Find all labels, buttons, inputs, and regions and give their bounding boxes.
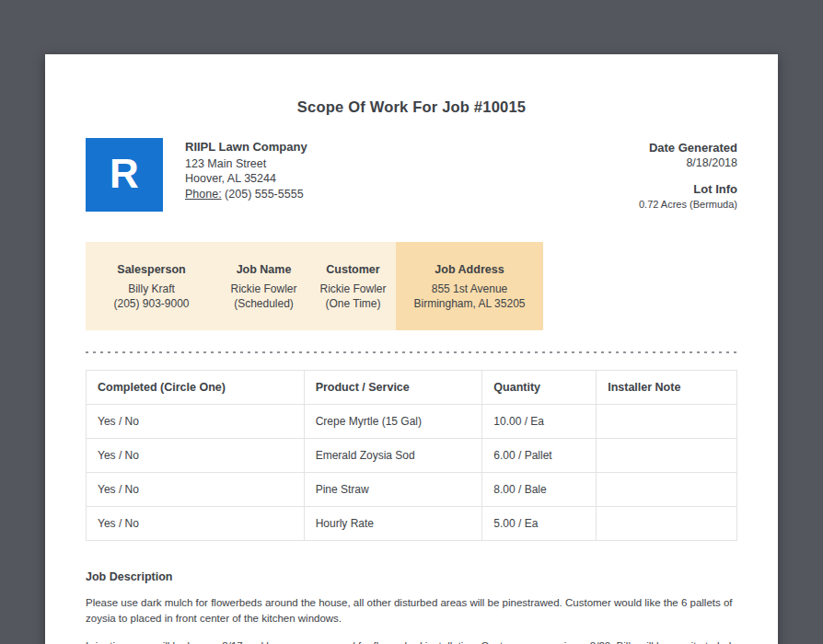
band-line1: Rickie Fowler bbox=[217, 282, 310, 296]
band-column-salesperson: Salesperson Billy Kraft (205) 903-9000 bbox=[86, 242, 217, 330]
band-label: Customer bbox=[310, 262, 396, 277]
cell-installer-note bbox=[597, 473, 737, 507]
table-row: Yes / No Pine Straw 8.00 / Bale bbox=[87, 473, 737, 507]
job-info-band: Salesperson Billy Kraft (205) 903-9000 J… bbox=[86, 242, 543, 330]
document-header: R RIIPL Lawn Company 123 Main Street Hoo… bbox=[86, 138, 737, 212]
job-description-paragraph: Irrigation guys will be buy on 8/17 and … bbox=[86, 638, 737, 644]
company-phone: Phone: (205) 555-5555 bbox=[185, 187, 307, 202]
header-completed: Completed (Circle One) bbox=[87, 371, 305, 405]
band-line1: 855 1st Avenue bbox=[396, 282, 543, 296]
cell-completed: Yes / No bbox=[87, 405, 305, 439]
date-generated-value: 8/18/2018 bbox=[639, 155, 737, 170]
date-generated-label: Date Generated bbox=[639, 141, 737, 155]
meta-spacer bbox=[639, 170, 737, 182]
company-logo: R bbox=[86, 138, 163, 212]
lot-info-value: 0.72 Acres (Bermuda) bbox=[639, 197, 737, 212]
band-line1: Rickie Fowler bbox=[310, 282, 396, 296]
band-line2: Birmingham, AL 35205 bbox=[396, 296, 543, 311]
page-title: Scope Of Work For Job #10015 bbox=[86, 98, 737, 116]
cell-quantity: 8.00 / Bale bbox=[482, 473, 597, 507]
document-page: Scope Of Work For Job #10015 R RIIPL Law… bbox=[45, 54, 778, 644]
cell-completed: Yes / No bbox=[87, 473, 305, 507]
cell-quantity: 6.00 / Pallet bbox=[482, 439, 597, 473]
phone-label: Phone: bbox=[185, 188, 222, 201]
table-header-row: Completed (Circle One) Product / Service… bbox=[87, 371, 737, 405]
band-label: Job Address bbox=[396, 262, 543, 277]
logo-letter-icon: R bbox=[110, 154, 139, 194]
band-column-job-name: Job Name Rickie Fowler (Scheduled) bbox=[217, 242, 310, 330]
cell-completed: Yes / No bbox=[87, 439, 305, 473]
band-line2: (One Time) bbox=[310, 296, 396, 311]
lot-info-label: Lot Info bbox=[639, 182, 737, 197]
cell-installer-note bbox=[597, 507, 737, 541]
table-row: Yes / No Crepe Myrtle (15 Gal) 10.00 / E… bbox=[87, 405, 737, 439]
header-quantity: Quantity bbox=[482, 371, 597, 405]
band-column-job-address: Job Address 855 1st Avenue Birmingham, A… bbox=[396, 242, 543, 330]
job-description-paragraph: Please use dark mulch for flowerbeds aro… bbox=[86, 595, 737, 627]
company-info: RIIPL Lawn Company 123 Main Street Hoove… bbox=[185, 138, 307, 201]
cell-product: Emerald Zoysia Sod bbox=[304, 439, 482, 473]
band-line1: Billy Kraft bbox=[86, 282, 217, 296]
cell-product: Crepe Myrtle (15 Gal) bbox=[304, 405, 482, 439]
cell-installer-note bbox=[597, 439, 737, 473]
job-description-heading: Job Description bbox=[86, 570, 737, 583]
cell-installer-note bbox=[597, 405, 737, 439]
dashed-divider bbox=[86, 351, 737, 353]
cell-product: Hourly Rate bbox=[304, 507, 482, 541]
header-product-service: Product / Service bbox=[304, 371, 482, 405]
company-address-line1: 123 Main Street bbox=[185, 156, 307, 172]
band-line2: (205) 903-9000 bbox=[86, 296, 217, 311]
band-line2: (Scheduled) bbox=[217, 296, 310, 311]
company-address-line2: Hoover, AL 35244 bbox=[185, 171, 307, 187]
band-column-customer: Customer Rickie Fowler (One Time) bbox=[310, 242, 396, 330]
cell-completed: Yes / No bbox=[87, 507, 305, 541]
app-backdrop: { "page": { "title": "Scope Of Work For … bbox=[0, 0, 823, 644]
table-row: Yes / No Hourly Rate 5.00 / Ea bbox=[87, 507, 737, 541]
scope-of-work-table: Completed (Circle One) Product / Service… bbox=[86, 370, 737, 541]
band-label: Salesperson bbox=[86, 262, 217, 277]
phone-number: (205) 555-5555 bbox=[225, 188, 303, 201]
band-label: Job Name bbox=[217, 262, 310, 277]
cell-quantity: 10.00 / Ea bbox=[482, 405, 597, 439]
table-row: Yes / No Emerald Zoysia Sod 6.00 / Palle… bbox=[87, 439, 737, 473]
cell-quantity: 5.00 / Ea bbox=[482, 507, 597, 541]
header-installer-note: Installer Note bbox=[597, 371, 737, 405]
cell-product: Pine Straw bbox=[304, 473, 482, 507]
company-name: RIIPL Lawn Company bbox=[185, 140, 307, 155]
document-meta: Date Generated 8/18/2018 Lot Info 0.72 A… bbox=[639, 138, 737, 212]
